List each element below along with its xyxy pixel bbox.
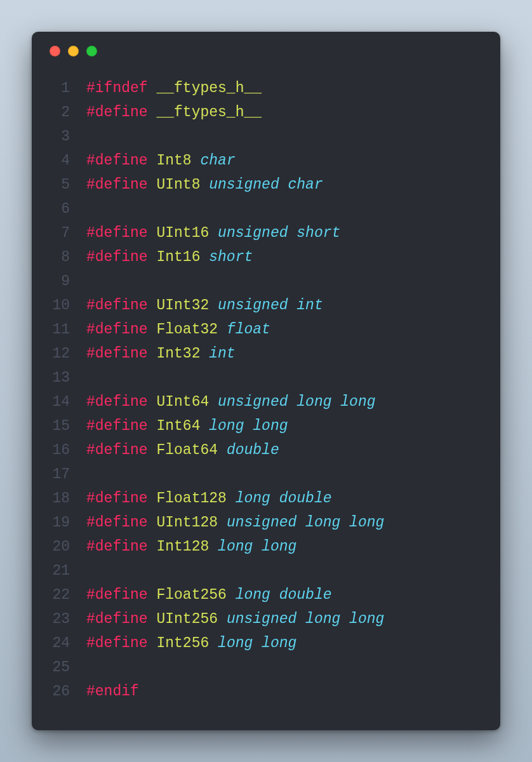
line-content: #define Int8 char [86, 149, 236, 173]
line-content: #define UInt16 unsigned short [86, 221, 340, 245]
token-ident: UInt8 [156, 177, 200, 193]
line-number: 19 [32, 511, 86, 535]
token-dir: #define [86, 249, 148, 265]
line-number: 7 [32, 221, 86, 245]
token-dir: #endif [86, 683, 139, 700]
token-space [148, 490, 157, 507]
line-number: 16 [32, 438, 86, 462]
line-content: #define Float128 long double [86, 486, 332, 511]
token-ident: Int8 [156, 152, 191, 169]
line-content: #endif [86, 679, 139, 704]
token-space [148, 177, 157, 193]
line-content: #define Int128 long long [86, 535, 296, 559]
token-dir: #define [86, 177, 148, 193]
code-line: 8#define Int16 short [32, 245, 500, 269]
line-number: 23 [32, 607, 86, 631]
token-space [148, 249, 157, 265]
token-dir: #define [86, 394, 148, 410]
token-space [209, 635, 218, 652]
code-line: 24#define Int256 long long [32, 631, 500, 655]
line-number: 2 [32, 100, 86, 124]
token-dir: #define [86, 152, 148, 169]
code-line: 26#endif [32, 679, 500, 704]
line-number: 18 [32, 486, 86, 511]
token-space [192, 152, 201, 169]
line-content: #define Int64 long long [86, 414, 288, 438]
token-type: unsigned long long [227, 514, 384, 531]
code-line: 4#define Int8 char [32, 149, 500, 173]
token-ident: Int128 [156, 538, 209, 555]
token-dir: #define [86, 490, 148, 507]
token-dir: #ifndef [86, 80, 148, 97]
token-type: unsigned short [218, 225, 340, 241]
line-number: 13 [32, 366, 86, 390]
token-ident: UInt16 [156, 225, 209, 241]
line-content: #define __ftypes_h__ [86, 100, 262, 124]
zoom-icon[interactable] [86, 46, 97, 57]
line-number: 21 [32, 559, 86, 583]
line-number: 3 [32, 124, 86, 149]
token-type: char [200, 152, 235, 169]
token-ident: Int16 [156, 249, 200, 265]
line-number: 11 [32, 318, 86, 342]
token-dir: #define [86, 297, 148, 314]
line-content: #define Int256 long long [86, 631, 296, 655]
line-content: #define Float256 long double [86, 583, 332, 607]
token-dir: #define [86, 514, 148, 531]
token-space [227, 490, 236, 507]
code-line: 18#define Float128 long double [32, 486, 500, 511]
token-dir: #define [86, 345, 148, 362]
line-content: #define Int32 int [86, 342, 236, 366]
token-ident: Int64 [156, 418, 200, 434]
token-type: long double [236, 490, 332, 507]
token-type: unsigned long long [227, 611, 384, 627]
code-line: 13 [32, 366, 500, 390]
line-number: 12 [32, 342, 86, 366]
line-content: #define Int16 short [86, 245, 253, 269]
code-line: 7#define UInt16 unsigned short [32, 221, 500, 245]
token-ident: UInt128 [156, 514, 218, 531]
token-dir: #define [86, 442, 148, 458]
token-space [148, 321, 157, 338]
editor-window: 1#ifndef __ftypes_h__2#define __ftypes_h… [32, 32, 500, 730]
token-ident: Int256 [156, 635, 209, 652]
token-space [148, 587, 157, 603]
line-number: 22 [32, 583, 86, 607]
token-type: int [209, 345, 235, 362]
token-space [227, 587, 236, 603]
token-space [148, 104, 157, 121]
token-space [148, 611, 157, 627]
token-ident: __ftypes_h__ [156, 80, 262, 97]
token-space [148, 80, 157, 97]
token-ident: Float32 [156, 321, 218, 338]
code-line: 1#ifndef __ftypes_h__ [32, 76, 500, 100]
line-content: #define UInt8 unsigned char [86, 173, 323, 197]
token-space [218, 514, 227, 531]
line-number: 25 [32, 655, 86, 679]
token-dir: #define [86, 225, 148, 241]
line-number: 6 [32, 197, 86, 221]
token-space [209, 225, 218, 241]
token-space [148, 418, 157, 434]
minimize-icon[interactable] [68, 46, 79, 57]
token-dir: #define [86, 104, 148, 121]
line-number: 5 [32, 173, 86, 197]
close-icon[interactable] [50, 46, 60, 57]
token-space [200, 345, 209, 362]
line-number: 9 [32, 269, 86, 293]
token-ident: Float64 [156, 442, 218, 458]
token-type: unsigned long long [218, 394, 375, 410]
token-space [148, 345, 157, 362]
line-content: #define UInt256 unsigned long long [86, 607, 384, 631]
line-content: #define UInt64 unsigned long long [86, 390, 376, 414]
token-dir: #define [86, 635, 148, 652]
code-line: 16#define Float64 double [32, 438, 500, 462]
token-type: double [227, 442, 279, 458]
code-line: 14#define UInt64 unsigned long long [32, 390, 500, 414]
token-space [218, 321, 227, 338]
code-area: 1#ifndef __ftypes_h__2#define __ftypes_h… [32, 70, 500, 704]
code-line: 21 [32, 559, 500, 583]
token-dir: #define [86, 587, 148, 603]
line-number: 10 [32, 293, 86, 318]
token-type: unsigned char [209, 177, 323, 193]
